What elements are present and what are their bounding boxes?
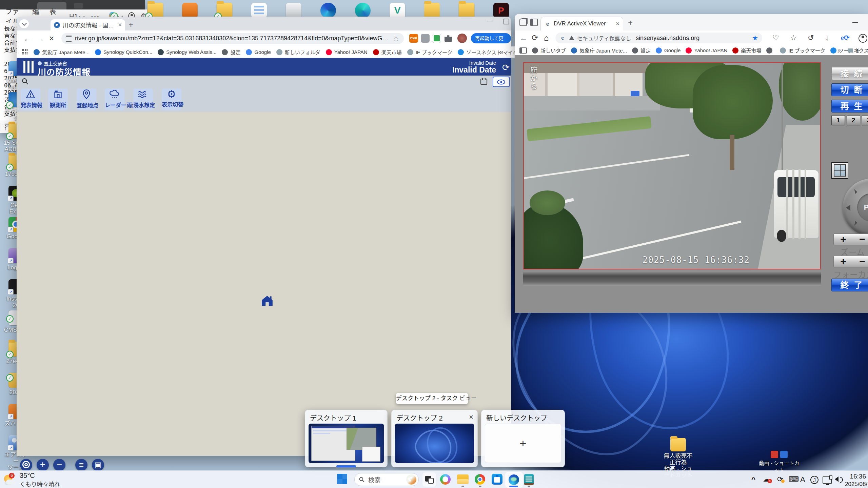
task-view-button[interactable] (422, 472, 436, 487)
chrome-active-tab[interactable]: 川の防災情報 - 国土交通省 × (51, 19, 125, 30)
taskview-new-desktop-card[interactable]: 新しいデスクトップ + (481, 410, 565, 467)
map-legend-button[interactable]: ≡ (75, 459, 87, 471)
channel-3-button[interactable]: 3 (862, 115, 868, 125)
bookmark-item[interactable]: 設定 (222, 48, 240, 56)
apps-grid-icon[interactable] (22, 49, 28, 55)
ptz-center[interactable]: PTZ (857, 193, 868, 222)
multiview-grid-button[interactable] (831, 162, 848, 179)
site-settings-icon[interactable] (66, 36, 72, 42)
volume-icon[interactable] (835, 476, 843, 483)
desktop-video-shortcut[interactable]: 動画 - ショートカット (759, 451, 800, 473)
onedrive-error-icon[interactable]: ☁× (763, 475, 770, 483)
tab-search-button[interactable] (19, 19, 29, 28)
home-marker-icon[interactable] (261, 294, 274, 307)
desktop-app-icon[interactable] (459, 3, 474, 18)
desktop2-thumbnail[interactable] (395, 424, 474, 463)
desktop-app-icon[interactable] (286, 3, 301, 18)
bookmark-item[interactable]: IE ブックマーク (407, 48, 452, 56)
maximize-button[interactable] (504, 19, 509, 24)
ptz-downleft-arrow[interactable] (852, 221, 857, 226)
extension-icon[interactable] (421, 34, 430, 43)
toolbar-button-flood[interactable]: 浸水想定 (133, 88, 153, 110)
taskbar-clock[interactable]: 16:36 2025/08/15 (845, 473, 866, 488)
toolbar-button-display[interactable]: ⚙ 表示切替 (162, 88, 181, 110)
notepad-taskbar-icon[interactable] (524, 474, 534, 485)
map-area[interactable]: + − ≡ ▣ (17, 112, 511, 456)
minimize-button[interactable] (487, 21, 493, 21)
taskview-desktop2-card[interactable]: デスクトップ 2 × (391, 410, 478, 467)
focus-out-icon[interactable]: − (859, 256, 865, 267)
taskbar-search-box[interactable]: 検索 (354, 473, 419, 486)
ptz-wheel[interactable]: PTZ (843, 179, 868, 236)
touch-keyboard-icon[interactable]: ⌨ (789, 475, 799, 483)
desktop-app-icon[interactable] (182, 3, 198, 18)
bookmark-item[interactable]: Google (246, 49, 271, 55)
toolbar-button-warnings[interactable]: 発表情報 (21, 88, 40, 110)
taskview-desktop1-card[interactable]: デスクトップ 1 (305, 410, 388, 467)
desktop-app-icon[interactable] (493, 3, 509, 18)
bookmark-item[interactable]: 新しいフォルダ (276, 48, 320, 56)
focus-control[interactable]: + − (833, 256, 868, 267)
desktop1-thumbnail[interactable] (309, 424, 384, 463)
bookmark-item[interactable]: Synology Web Assis... (158, 49, 216, 55)
chrome-taskbar-icon[interactable] (475, 474, 485, 485)
sync-pending-icon[interactable]: ⟳ (777, 475, 783, 483)
river-search-input[interactable] (32, 76, 476, 86)
stop-loading-icon[interactable]: × (49, 34, 54, 43)
exit-button[interactable]: 終 了 (831, 279, 868, 291)
bookmark-item[interactable]: 楽天市場 (373, 48, 402, 56)
tray-app-j-icon[interactable]: J (810, 476, 818, 484)
focus-in-icon[interactable]: + (840, 256, 846, 267)
connect-button[interactable]: 接 続 (831, 67, 868, 80)
close-desktop2-icon[interactable]: × (469, 413, 473, 422)
channel-2-button[interactable]: 2 (847, 115, 860, 125)
map-basemap-button[interactable]: ▣ (92, 459, 104, 471)
calendar-icon[interactable] (480, 77, 488, 85)
bookmark-item[interactable]: Synology QuickCon... (95, 49, 152, 55)
profile-avatar[interactable] (457, 34, 467, 43)
network-icon[interactable] (823, 476, 832, 484)
desktop-app-icon[interactable] (320, 3, 336, 18)
map-zoom-out-button[interactable]: − (53, 459, 65, 471)
bookmark-item[interactable]: ソースネクスト マイページ (458, 48, 516, 56)
desktop-app-icon[interactable] (355, 3, 371, 18)
zoom-out-icon[interactable]: − (859, 233, 865, 245)
new-desktop-thumbnail[interactable]: + (485, 424, 561, 463)
disconnect-button[interactable]: 切 断 (831, 83, 868, 96)
ptz-left-arrow[interactable] (846, 205, 850, 211)
toolbar-button-stations[interactable]: 観測所 (48, 88, 68, 110)
bookmark-star-icon[interactable]: ☆ (393, 35, 399, 43)
extensions-puzzle-icon[interactable] (445, 35, 452, 42)
desktop-app-icon[interactable] (251, 3, 267, 18)
channel-1-button[interactable]: 1 (831, 115, 845, 125)
bookmark-item[interactable]: 気象庁 Japan Mete... (34, 48, 90, 56)
file-explorer-icon[interactable] (457, 474, 469, 484)
zoom-in-icon[interactable]: + (840, 233, 846, 245)
bookmarks-overflow-icon[interactable]: » (499, 48, 504, 57)
desktop-app-icon[interactable] (147, 3, 163, 18)
map-locate-button[interactable] (20, 459, 32, 471)
zoom-control[interactable]: + − (833, 233, 868, 245)
tab-close-icon[interactable]: × (118, 21, 122, 28)
desktop-app-icon[interactable] (217, 3, 232, 18)
play-button[interactable]: 再 生 (831, 100, 868, 113)
start-button[interactable] (337, 474, 348, 485)
bookmark-item[interactable]: Yahoo! JAPAN (326, 49, 368, 55)
search-highlight-image[interactable] (406, 474, 416, 485)
back-icon[interactable]: ← (23, 34, 32, 43)
url-text[interactable]: river.go.jp/kawabou/mb?zm=12&clat=35.031… (75, 35, 390, 42)
chrome-address-bar[interactable]: river.go.jp/kawabou/mb?zm=12&clat=35.031… (61, 33, 404, 44)
refresh-icon[interactable]: ⟳ (502, 62, 510, 73)
notepad-new-tab[interactable] (74, 3, 83, 8)
ptz-upleft-arrow[interactable] (852, 189, 857, 194)
desktop-app-icon[interactable] (424, 3, 440, 18)
ime-mode-icon[interactable]: A (800, 475, 805, 484)
exif-extension-icon[interactable]: EXIF (409, 34, 418, 43)
forward-icon[interactable]: → (36, 34, 44, 43)
weather-widget[interactable]: 6 35°C くもり時々晴れ (3, 472, 60, 488)
copilot-taskbar-icon[interactable] (440, 474, 451, 485)
tray-chevron-icon[interactable]: ^ (751, 475, 755, 483)
layer-visibility-toggle[interactable] (493, 77, 510, 87)
map-zoom-in-button[interactable]: + (37, 459, 49, 471)
restart-update-button[interactable]: 再起動して更新する (471, 33, 511, 43)
